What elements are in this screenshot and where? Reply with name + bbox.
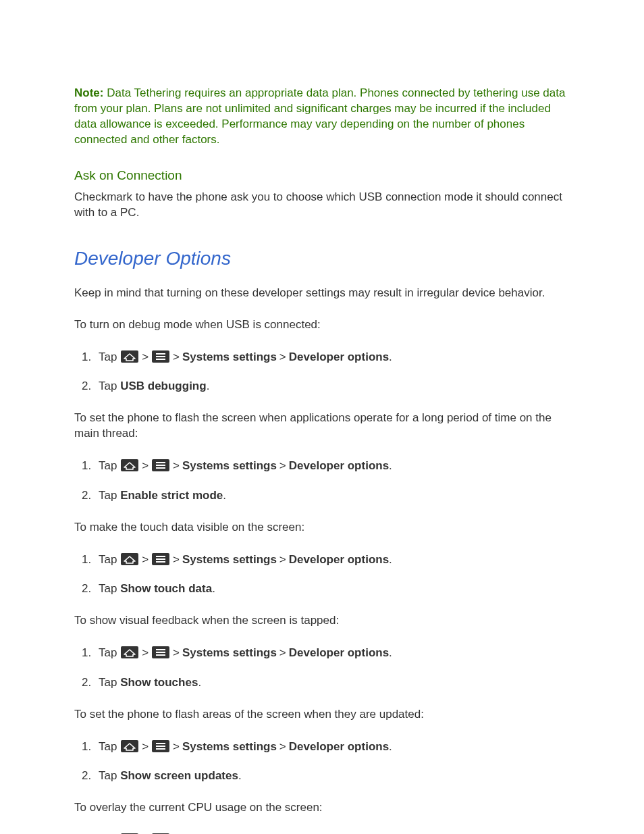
step2-suffix: . — [238, 769, 242, 782]
steps-list: Tap >>Systems settings>Developer options… — [74, 349, 570, 395]
breadcrumb-separator: > — [173, 459, 180, 472]
section-intro: To turn on debug mode when USB is connec… — [74, 317, 570, 333]
step2-prefix: Tap — [99, 769, 120, 782]
systems-settings-label: Systems settings — [182, 553, 277, 566]
systems-settings-label: Systems settings — [182, 350, 277, 363]
step-item: Tap Show touches. — [95, 675, 570, 691]
step2-suffix: . — [212, 582, 215, 595]
developer-options-label: Developer options — [289, 553, 389, 566]
menu-icon — [152, 350, 169, 363]
step2-action: Show touch data — [120, 582, 212, 595]
developer-options-label: Developer options — [289, 740, 389, 753]
developer-options-intro: Keep in mind that turning on these devel… — [74, 286, 570, 301]
step-item: Tap >>Systems settings>Developer options… — [95, 739, 570, 755]
step2-prefix: Tap — [99, 380, 120, 392]
breadcrumb-separator: > — [279, 740, 286, 753]
period: . — [389, 740, 392, 753]
menu-icon — [152, 740, 169, 752]
breadcrumb-separator: > — [142, 646, 149, 659]
developer-options-label: Developer options — [289, 350, 389, 363]
breadcrumb-separator: > — [173, 646, 180, 659]
section-intro: To overlay the current CPU usage on the … — [74, 800, 570, 816]
tap-label: Tap — [99, 646, 120, 659]
systems-settings-label: Systems settings — [182, 459, 277, 472]
step2-suffix: . — [207, 380, 210, 392]
menu-icon — [152, 553, 169, 565]
breadcrumb-separator: > — [173, 350, 180, 363]
breadcrumb-separator: > — [142, 740, 149, 753]
step-item: Tap USB debugging. — [95, 378, 570, 394]
section-intro: To make the touch data visible on the sc… — [74, 520, 570, 536]
step-item: Tap >>Systems settings>Developer options… — [95, 349, 570, 365]
developer-options-label: Developer options — [289, 459, 389, 472]
step-item: Tap >>Systems settings>Developer options… — [95, 458, 570, 474]
developer-options-heading: Developer Options — [74, 248, 570, 269]
developer-options-label: Developer options — [289, 646, 389, 659]
sections-container: To turn on debug mode when USB is connec… — [74, 317, 570, 834]
breadcrumb-separator: > — [173, 553, 180, 566]
home-icon — [121, 553, 138, 565]
home-icon — [121, 646, 138, 658]
section-intro: To set the phone to flash the screen whe… — [74, 411, 570, 442]
steps-list: Tap >>Systems settings>Developer options… — [74, 739, 570, 785]
breadcrumb-separator: > — [279, 459, 286, 472]
period: . — [389, 646, 392, 659]
ask-on-connection-body: Checkmark to have the phone ask you to c… — [74, 190, 570, 221]
step2-prefix: Tap — [99, 582, 120, 595]
section-intro: To set the phone to flash areas of the s… — [74, 707, 570, 723]
section-intro: To show visual feedback when the screen … — [74, 613, 570, 629]
step-item: Tap >>Systems settings>Developer options… — [95, 645, 570, 661]
note-label: Note: — [74, 86, 103, 99]
breadcrumb-separator: > — [279, 350, 286, 363]
step2-action: Show screen updates — [120, 769, 238, 782]
home-icon — [121, 350, 138, 363]
tap-label: Tap — [99, 459, 120, 472]
menu-icon — [152, 459, 169, 471]
breadcrumb-separator: > — [279, 553, 286, 566]
systems-settings-label: Systems settings — [182, 646, 277, 659]
step2-action: USB debugging — [120, 380, 206, 392]
menu-icon — [152, 646, 169, 658]
tap-label: Tap — [99, 350, 120, 363]
step-item: Tap Enable strict mode. — [95, 488, 570, 504]
breadcrumb-separator: > — [279, 646, 286, 659]
ask-on-connection-heading: Ask on Connection — [74, 168, 570, 183]
period: . — [389, 459, 392, 472]
document-page: Note: Data Tethering requires an appropr… — [0, 0, 644, 834]
period: . — [389, 553, 392, 566]
breadcrumb-separator: > — [142, 459, 149, 472]
breadcrumb-separator: > — [142, 350, 149, 363]
tap-label: Tap — [99, 553, 120, 566]
home-icon — [121, 459, 138, 471]
note-block: Note: Data Tethering requires an appropr… — [74, 86, 570, 148]
step-item: Tap >>Systems settings>Developer options… — [95, 552, 570, 568]
step2-prefix: Tap — [99, 489, 120, 502]
note-text: Data Tethering requires an appropriate d… — [74, 86, 565, 146]
step-item: Tap Show touch data. — [95, 581, 570, 597]
step2-suffix: . — [223, 489, 226, 502]
steps-list: Tap >>Systems settings>Developer options… — [74, 552, 570, 598]
home-icon — [121, 740, 138, 752]
tap-label: Tap — [99, 740, 120, 753]
period: . — [389, 350, 392, 363]
breadcrumb-separator: > — [142, 553, 149, 566]
steps-list: Tap >>Systems settings>Developer options… — [74, 458, 570, 504]
breadcrumb-separator: > — [173, 740, 180, 753]
step2-suffix: . — [198, 676, 201, 689]
steps-list: Tap >>Systems settings>Developer options… — [74, 645, 570, 691]
step-item: Tap Show screen updates. — [95, 768, 570, 784]
systems-settings-label: Systems settings — [182, 740, 277, 753]
step2-prefix: Tap — [99, 676, 120, 689]
step2-action: Show touches — [120, 676, 198, 689]
step2-action: Enable strict mode — [120, 489, 223, 502]
